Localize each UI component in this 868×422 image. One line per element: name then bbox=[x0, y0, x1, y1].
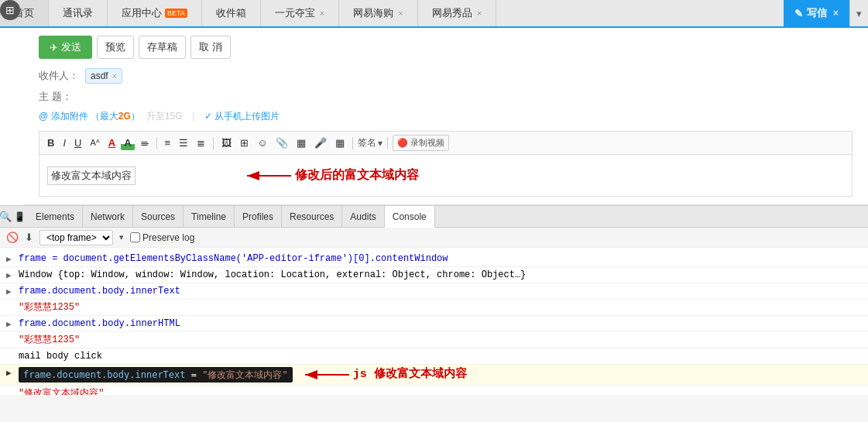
toolbar-record-video[interactable]: 🔴 录制视频 bbox=[393, 135, 449, 151]
tab-apps[interactable]: 应用中心 BETA bbox=[108, 0, 202, 26]
toolbar-image[interactable]: 🖼 bbox=[218, 136, 235, 150]
draft-button[interactable]: 存草稿 bbox=[139, 36, 186, 59]
arrow-icon bbox=[241, 167, 295, 184]
send-button[interactable]: ✈ 发送 bbox=[39, 36, 92, 59]
console-line: ▶ frame = document.getElementsByClassNam… bbox=[0, 251, 868, 267]
toolbar-list-ol[interactable]: ≣ bbox=[194, 136, 208, 150]
apps-grid-icon[interactable]: ⊞ bbox=[0, 0, 20, 20]
tab-shopping-label: 网易海购 bbox=[353, 6, 393, 20]
toolbar-emoji[interactable]: ☺ bbox=[254, 136, 270, 150]
console-line-content: Window {top: Window, window: Window, loc… bbox=[19, 269, 526, 280]
editor-content[interactable]: 修改富文本域内容 bbox=[47, 166, 136, 185]
attachment-row: @ 添加附件 （最大2G） 升至15G ｜ ✓ 从手机上传图片 bbox=[39, 110, 853, 123]
toolbar-signature[interactable]: 签名 ▾ bbox=[358, 136, 383, 149]
cancel-button[interactable]: 取 消 bbox=[190, 36, 231, 59]
console-line: mail body click bbox=[0, 348, 868, 365]
compose-area: ✈ 发送 预览 存草稿 取 消 收件人： asdf × 主 题： bbox=[23, 28, 868, 205]
devtools-tab-sources[interactable]: Sources bbox=[133, 206, 184, 228]
console-expand-arrow[interactable]: ▶ bbox=[6, 253, 12, 266]
attachment-label: @ 添加附件 bbox=[39, 111, 88, 122]
compose-wrapper: ⊞ ✈ 发送 预览 存草稿 取 消 收件人： asdf × bbox=[0, 28, 868, 205]
editor-body[interactable]: 修改富文本域内容 修改后的富文本域内容 bbox=[39, 154, 853, 197]
compose-toolbar: ✈ 发送 预览 存草稿 取 消 bbox=[39, 36, 853, 59]
editor-annotation-group: 修改后的富文本域内容 bbox=[241, 167, 419, 184]
mobile-upload-link[interactable]: ✓ 从手机上传图片 bbox=[204, 110, 280, 123]
console-annotation-group: js 修改富文本域内容 bbox=[299, 366, 467, 383]
console-expand-arrow[interactable]: ▶ bbox=[6, 367, 12, 379]
editor-annotation-text: 修改后的富文本域内容 bbox=[295, 167, 419, 184]
recipients-row: 收件人： asdf × bbox=[39, 68, 853, 84]
tab-contacts[interactable]: 通讯录 bbox=[49, 0, 108, 26]
devtools-filter-icon[interactable]: ⬇ bbox=[25, 232, 33, 243]
nav-tabs: 首页 通讯录 应用中心 BETA 收件箱 一元夺宝 × 网易海购 × 网易秀品 … bbox=[0, 0, 868, 28]
toolbar-more[interactable]: ▦ bbox=[332, 136, 348, 150]
add-attachment-link[interactable]: @ 添加附件 （最大2G） bbox=[39, 110, 140, 123]
devtools-resources-label: Resources bbox=[290, 211, 334, 222]
console-annotation-text: js 修改富文本域内容 bbox=[353, 369, 467, 381]
toolbar-font-highlight[interactable]: A bbox=[121, 136, 134, 150]
tab-shopping-close[interactable]: × bbox=[398, 9, 403, 18]
send-plane-icon: ✈ bbox=[50, 42, 58, 53]
nav-more-button[interactable]: ▾ bbox=[849, 0, 868, 26]
devtools-frame-arrow[interactable]: ▾ bbox=[119, 232, 124, 242]
toolbar-audio[interactable]: 🎤 bbox=[311, 136, 330, 150]
console-expand-arrow[interactable]: ▶ bbox=[6, 318, 12, 331]
toolbar-attachment[interactable]: 📎 bbox=[273, 136, 291, 150]
tab-lottery[interactable]: 一元夺宝 × bbox=[261, 0, 339, 26]
console-line-content: frame.document.body.innerText bbox=[19, 286, 180, 297]
tab-write-close[interactable]: × bbox=[833, 8, 839, 19]
toolbar-list-ul[interactable]: ☰ bbox=[176, 136, 191, 150]
recipient-remove-button[interactable]: × bbox=[112, 71, 117, 81]
devtools-tab-network[interactable]: Network bbox=[83, 206, 133, 228]
console-expand-arrow[interactable]: ▶ bbox=[6, 286, 12, 298]
toolbar-table[interactable]: ⊞ bbox=[237, 136, 252, 150]
devtools-tabs: 🔍 📱 Elements Network Sources Timeline Pr… bbox=[0, 206, 868, 228]
tab-fashion[interactable]: 网易秀品 × bbox=[418, 0, 496, 26]
signature-chevron: ▾ bbox=[378, 138, 383, 149]
devtools-tab-resources[interactable]: Resources bbox=[282, 206, 342, 228]
devtools-mobile-icon[interactable]: 📱 bbox=[11, 211, 28, 222]
devtools-console-label: Console bbox=[393, 211, 427, 222]
console-line-content: "彩慧慧1235" bbox=[19, 302, 80, 313]
toolbar-italic[interactable]: I bbox=[60, 136, 69, 150]
devtools-tab-timeline[interactable]: Timeline bbox=[184, 206, 235, 228]
tab-inbox[interactable]: 收件箱 bbox=[202, 0, 261, 26]
devtools-tab-audits[interactable]: Audits bbox=[342, 206, 384, 228]
devtools-preserve-log-text: Preserve log bbox=[142, 232, 194, 243]
toolbar-font-color[interactable]: A bbox=[105, 136, 118, 150]
devtools-preserve-log-checkbox[interactable] bbox=[130, 232, 140, 242]
tab-fashion-close[interactable]: × bbox=[477, 9, 482, 18]
mobile-upload-label: ✓ 从手机上传图片 bbox=[204, 111, 280, 122]
console-highlighted-code: frame.document.body.innerText = "修改富文本域内… bbox=[19, 367, 293, 383]
toolbar-underline[interactable]: U bbox=[71, 136, 84, 150]
tab-inbox-label: 收件箱 bbox=[216, 6, 246, 20]
console-line-content: "修改富文本域内容" bbox=[19, 388, 104, 395]
toolbar-special[interactable]: ▦ bbox=[293, 136, 309, 150]
devtools-clear-button[interactable]: 🚫 bbox=[6, 232, 19, 243]
devtools-network-label: Network bbox=[91, 211, 125, 222]
toolbar-sep3 bbox=[352, 137, 353, 149]
tab-write-label: 写信 bbox=[807, 6, 827, 20]
toolbar-clear-format[interactable]: ≡̶ bbox=[137, 136, 152, 150]
subject-row: 主 题： bbox=[39, 90, 853, 104]
toolbar-align[interactable]: ≡ bbox=[162, 136, 174, 150]
tab-contacts-label: 通讯录 bbox=[63, 6, 93, 20]
subject-input[interactable] bbox=[74, 91, 853, 103]
devtools-elements-label: Elements bbox=[36, 211, 74, 222]
console-line: "修改富文本域内容" bbox=[0, 386, 868, 395]
console-line-content: frame = document.getElementsByClassName(… bbox=[19, 253, 448, 264]
devtools-tab-elements[interactable]: Elements bbox=[28, 206, 83, 228]
toolbar-font-size[interactable]: Aᴬ bbox=[87, 136, 102, 149]
devtools-toolbar: 🚫 ⬇ <top frame> ▾ Preserve log bbox=[0, 228, 868, 248]
devtools-frame-selector[interactable]: <top frame> bbox=[39, 230, 113, 245]
devtools-tab-profiles[interactable]: Profiles bbox=[235, 206, 282, 228]
tab-apps-label: 应用中心 bbox=[122, 6, 162, 20]
devtools-tab-console[interactable]: Console bbox=[385, 206, 435, 228]
tab-shopping[interactable]: 网易海购 × bbox=[339, 0, 417, 26]
console-collapse-arrow[interactable]: ▶ bbox=[6, 269, 12, 282]
tab-write[interactable]: ✎ 写信 × bbox=[784, 0, 849, 26]
preview-button[interactable]: 预览 bbox=[97, 36, 134, 59]
devtools-search-icon[interactable]: 🔍 bbox=[0, 211, 11, 222]
tab-lottery-close[interactable]: × bbox=[320, 9, 324, 18]
toolbar-bold[interactable]: B bbox=[44, 136, 57, 150]
